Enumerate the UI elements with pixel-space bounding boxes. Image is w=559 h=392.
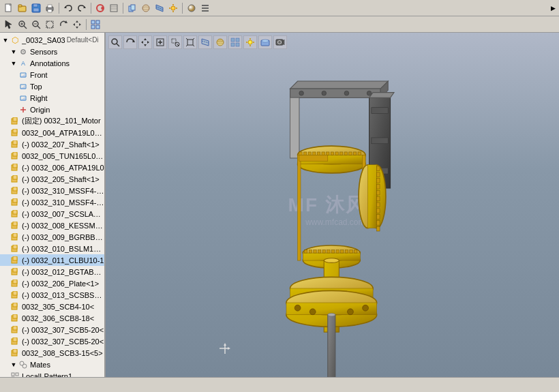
- svg-point-149: [262, 40, 269, 42]
- tree-item-part09[interactable]: (-) 0032_007_SCSLAW38: [0, 208, 104, 220]
- part-icon-02: [10, 127, 20, 138]
- display-style-button[interactable]: [140, 2, 152, 14]
- vp-scene-bg[interactable]: [258, 35, 272, 49]
- part-icon-14: [10, 267, 20, 277]
- view-orient-button[interactable]: [126, 2, 138, 14]
- redo-button[interactable]: [76, 2, 88, 14]
- vp-zoom-realtime[interactable]: [108, 35, 122, 49]
- tree-item-mates[interactable]: ▼ Mates: [0, 359, 104, 370]
- save-button[interactable]: [30, 2, 42, 14]
- vp-zoom-fit[interactable]: [183, 35, 197, 49]
- tree-item-pattern1[interactable]: LocalLPattern1: [0, 370, 104, 377]
- rebuild-button[interactable]: [94, 2, 106, 14]
- tree-item-part12[interactable]: (-) 0032_010_BSLM13-3: [0, 243, 104, 254]
- svg-rect-227: [377, 209, 380, 213]
- tree-item-part21[interactable]: 0032_308_SCB3-15<5>: [0, 347, 104, 359]
- svg-rect-28: [202, 5, 209, 6]
- tree-item-part03[interactable]: (-) 0032_207_Shaft<1>: [0, 138, 104, 150]
- vp-section[interactable]: [198, 35, 212, 49]
- svg-rect-181: [349, 152, 352, 155]
- new-button[interactable]: [3, 2, 15, 14]
- svg-point-22: [171, 6, 175, 10]
- tree-item-part02[interactable]: 0032_004_ATPA19L050-E: [0, 127, 104, 138]
- tree-item-right[interactable]: Right: [0, 92, 104, 104]
- part-icon-09: [10, 209, 20, 220]
- vp-rotate[interactable]: [123, 35, 137, 49]
- vp-zoom-in[interactable]: [153, 35, 167, 49]
- scene-button[interactable]: [167, 2, 179, 14]
- undo-button[interactable]: [62, 2, 74, 14]
- sep-v1: [86, 19, 87, 30]
- svg-rect-80: [13, 210, 17, 214]
- annotations-expand[interactable]: ▼: [10, 59, 18, 67]
- tree-item-part01[interactable]: (固定) 0032_101_Motor: [0, 115, 104, 127]
- tree-item-part19[interactable]: (-) 0032_307_SCB5-20<: [0, 324, 104, 335]
- tree-item-part08[interactable]: (-) 0032_310_MSSF4-6<: [0, 196, 104, 208]
- tree-item-part05[interactable]: (-) 0032_006_ATPA19L0: [0, 162, 104, 173]
- tree-item-part13[interactable]: (-) 0032_011_CLBU10-1: [0, 254, 104, 266]
- svg-point-116: [112, 39, 117, 44]
- section-button[interactable]: [153, 2, 166, 14]
- appearance-button[interactable]: [185, 2, 198, 14]
- tree-item-sensors[interactable]: ▼ Sensors: [0, 46, 104, 57]
- rotate-tool[interactable]: [57, 18, 70, 31]
- part15-label: (-) 0032_206_Plate<1>: [22, 280, 99, 288]
- svg-rect-222: [377, 179, 380, 183]
- second-toolbar: [0, 16, 559, 33]
- part-icon-06: [10, 174, 20, 185]
- tree-item-part04[interactable]: 0032_005_TUN165L050<1: [0, 150, 104, 162]
- vp-camera[interactable]: [273, 35, 287, 49]
- tree-item-part11[interactable]: (-) 0032_009_BGRBB600: [0, 231, 104, 243]
- print-button[interactable]: [44, 2, 56, 14]
- svg-rect-108: [16, 373, 18, 376]
- tree-item-front[interactable]: Front: [0, 69, 104, 80]
- vp-pan[interactable]: [138, 35, 152, 49]
- zoom-out-tool[interactable]: [30, 18, 42, 31]
- toolbar-expand-arrow[interactable]: ▶: [549, 2, 556, 14]
- more-button[interactable]: [199, 2, 211, 14]
- part-icon-04: [10, 151, 20, 162]
- tree-item-part15[interactable]: (-) 0032_206_Plate<1>: [0, 277, 104, 289]
- svg-line-133: [193, 45, 194, 46]
- svg-rect-192: [318, 250, 320, 253]
- root-expand[interactable]: ▼: [1, 36, 10, 44]
- top-label: Top: [30, 82, 42, 91]
- vp-display-style[interactable]: [213, 35, 227, 49]
- part02-label: 0032_004_ATPA19L050-E: [22, 129, 104, 137]
- tree-item-part07[interactable]: (-) 0032_310_MSSF4-6<: [0, 185, 104, 196]
- tree-item-annotations[interactable]: ▼ A Annotations: [0, 57, 104, 69]
- tree-item-part20[interactable]: (-) 0032_307_SCB5-20<: [0, 335, 104, 347]
- open-button[interactable]: [16, 2, 29, 14]
- origin-label: Origin: [30, 106, 50, 114]
- zoom-fit-tool[interactable]: [44, 18, 56, 31]
- svg-point-54: [22, 51, 24, 52]
- vp-view-selector[interactable]: [228, 35, 242, 49]
- tree-item-part06[interactable]: (-) 0032_205_Shaft<1>: [0, 173, 104, 185]
- sensors-expand[interactable]: ▼: [10, 48, 18, 56]
- vp-zoom-window[interactable]: [168, 35, 182, 49]
- svg-rect-129: [187, 40, 193, 45]
- pan-tool[interactable]: [71, 18, 83, 31]
- view-options-tool[interactable]: [89, 18, 102, 31]
- svg-point-143: [248, 40, 252, 44]
- tree-item-top[interactable]: Top: [0, 80, 104, 92]
- tree-item-part10[interactable]: (-) 0032_008_KESSM8-2: [0, 220, 104, 231]
- svg-rect-219: [367, 165, 376, 228]
- vp-lighting[interactable]: [243, 35, 257, 49]
- tree-item-part16[interactable]: (-) 0032_013_SCSBS10-: [0, 289, 104, 301]
- tree-item-part18[interactable]: 0032_306_SCB8-18<: [0, 312, 104, 324]
- tree-item-part17[interactable]: 0032_305_SCB4-10<: [0, 301, 104, 312]
- tree-root-item[interactable]: ▼ ⬡ _0032_SA03 Default<Di: [0, 34, 104, 46]
- svg-rect-8: [48, 10, 52, 12]
- tree-item-origin[interactable]: Origin: [0, 104, 104, 115]
- tree-item-part14[interactable]: (-) 0032_012_BGTAB620: [0, 266, 104, 277]
- zoom-in-tool[interactable]: [16, 18, 29, 31]
- select-tool[interactable]: [3, 18, 15, 31]
- svg-rect-52: [96, 25, 100, 29]
- 3d-viewport[interactable]: MF 沐风网 www.mfcad.com: [106, 33, 559, 377]
- options-button[interactable]: [108, 2, 120, 14]
- svg-rect-88: [13, 256, 17, 260]
- svg-rect-172: [308, 152, 311, 155]
- mates-expand[interactable]: ▼: [10, 361, 18, 369]
- svg-marker-31: [5, 20, 12, 29]
